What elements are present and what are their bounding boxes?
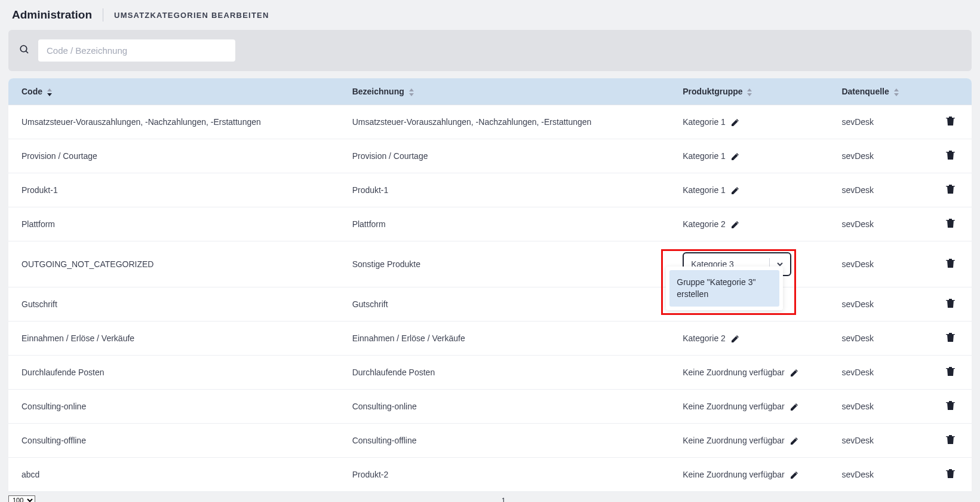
search-icon: [19, 44, 30, 57]
col-header-datenquelle[interactable]: Datenquelle: [828, 78, 930, 105]
col-header-produktgruppe[interactable]: Produktgruppe: [669, 78, 828, 105]
cell-actions: [930, 424, 972, 458]
cell-datenquelle: sevDesk: [828, 139, 930, 173]
trash-icon[interactable]: [946, 184, 955, 194]
cell-code: abcd: [8, 458, 339, 492]
table-row: Einnahmen / Erlöse / VerkäufeEinnahmen /…: [8, 322, 972, 356]
cell-code: OUTGOING_NOT_CATEGORIZED: [8, 241, 339, 287]
cell-actions: [930, 287, 972, 322]
col-header-bezeichnung[interactable]: Bezeichnung: [339, 78, 670, 105]
trash-icon[interactable]: [946, 434, 955, 445]
trash-icon[interactable]: [946, 400, 955, 411]
col-header-code[interactable]: Code: [8, 78, 339, 105]
cell-bezeichnung: Consulting-offline: [339, 424, 670, 458]
svg-line-1: [26, 51, 28, 53]
group-label: Kategorie 2: [683, 219, 726, 229]
edit-icon[interactable]: [730, 334, 739, 343]
cell-datenquelle: sevDesk: [828, 458, 930, 492]
trash-icon[interactable]: [946, 116, 955, 126]
cell-datenquelle: sevDesk: [828, 241, 930, 287]
cell-bezeichnung: Einnahmen / Erlöse / Verkäufe: [339, 322, 670, 356]
cell-actions: [930, 322, 972, 356]
cell-produktgruppe: Kategorie 2: [669, 322, 828, 356]
cell-actions: [930, 173, 972, 207]
cell-bezeichnung: Gutschrift: [339, 287, 670, 322]
sort-icon: [747, 88, 752, 96]
trash-icon[interactable]: [946, 332, 955, 342]
categories-table: Code Bezeichnung Produktgruppe: [8, 78, 972, 492]
cell-actions: [930, 390, 972, 424]
page-title: Administration: [12, 8, 92, 22]
table-row: Durchlaufende PostenDurchlaufende Posten…: [8, 356, 972, 390]
trash-icon[interactable]: [946, 150, 955, 160]
table-row: Consulting-onlineConsulting-onlineKeine …: [8, 390, 972, 424]
pager: 100 1: [8, 495, 972, 502]
edit-icon[interactable]: [730, 118, 739, 127]
page-header: Administration UMSATZKATEGORIEN BEARBEIT…: [0, 0, 980, 30]
cell-code: Durchlaufende Posten: [8, 356, 339, 390]
edit-icon[interactable]: [789, 368, 798, 377]
trash-icon[interactable]: [946, 258, 955, 268]
group-label: Keine Zuordnung verfügbar: [683, 436, 784, 445]
edit-icon[interactable]: [730, 220, 739, 229]
table-row: Produkt-1Produkt-1Kategorie 1sevDesk: [8, 173, 972, 207]
cell-code: Umsatzsteuer-Vorauszahlungen, -Nachzahlu…: [8, 105, 339, 139]
cell-code: Provision / Courtage: [8, 139, 339, 173]
table-row: PlattformPlattformKategorie 2sevDesk: [8, 207, 972, 241]
cell-datenquelle: sevDesk: [828, 207, 930, 241]
svg-point-0: [20, 45, 27, 52]
table-row: Umsatzsteuer-Vorauszahlungen, -Nachzahlu…: [8, 105, 972, 139]
group-label: Kategorie 2: [683, 333, 726, 343]
edit-icon[interactable]: [730, 186, 739, 195]
cell-produktgruppe: Keine Zuordnung verfügbar: [669, 356, 828, 390]
trash-icon[interactable]: [946, 218, 955, 228]
table-row: Provision / CourtageProvision / Courtage…: [8, 139, 972, 173]
trash-icon[interactable]: [946, 298, 955, 308]
cell-code: Consulting-online: [8, 390, 339, 424]
cell-datenquelle: sevDesk: [828, 105, 930, 139]
cell-produktgruppe: Keine Zuordnung verfügbar: [669, 458, 828, 492]
cell-code: Gutschrift: [8, 287, 339, 322]
trash-icon[interactable]: [946, 366, 955, 376]
cell-datenquelle: sevDesk: [828, 390, 930, 424]
cell-actions: [930, 139, 972, 173]
trash-icon[interactable]: [946, 469, 955, 479]
group-label: Keine Zuordnung verfügbar: [683, 368, 784, 377]
cell-bezeichnung: Produkt-1: [339, 173, 670, 207]
table-row: OUTGOING_NOT_CATEGORIZEDSonstige Produkt…: [8, 241, 972, 287]
cell-code: Plattform: [8, 207, 339, 241]
edit-icon[interactable]: [789, 436, 798, 445]
cell-bezeichnung: Plattform: [339, 207, 670, 241]
cell-datenquelle: sevDesk: [828, 173, 930, 207]
cell-datenquelle: sevDesk: [828, 287, 930, 322]
cell-actions: [930, 241, 972, 287]
cell-datenquelle: sevDesk: [828, 424, 930, 458]
cell-produktgruppe: Kategorie 2: [669, 207, 828, 241]
sort-icon: [894, 88, 899, 96]
sort-icon: [47, 88, 52, 96]
cell-code: Einnahmen / Erlöse / Verkäufe: [8, 322, 339, 356]
dropdown-option-create[interactable]: Gruppe "Kategorie 3" erstellen: [669, 270, 779, 307]
edit-icon[interactable]: [730, 152, 739, 161]
cell-produktgruppe: Kategorie 3Gruppe "Kategorie 3" erstelle…: [669, 241, 828, 287]
table-row: abcdProdukt-2Keine Zuordnung verfügbarse…: [8, 458, 972, 492]
page-size-select[interactable]: 100: [8, 495, 35, 502]
group-label: Keine Zuordnung verfügbar: [683, 470, 784, 479]
search-bar: [8, 30, 972, 71]
cell-bezeichnung: Umsatzsteuer-Vorauszahlungen, -Nachzahlu…: [339, 105, 670, 139]
cell-produktgruppe: Keine Zuordnung verfügbar: [669, 390, 828, 424]
cell-actions: [930, 458, 972, 492]
cell-actions: [930, 356, 972, 390]
cell-actions: [930, 105, 972, 139]
cell-produktgruppe: Kategorie 1: [669, 139, 828, 173]
table-row: Consulting-offlineConsulting-offlineKein…: [8, 424, 972, 458]
group-label: Kategorie 1: [683, 151, 726, 161]
cell-produktgruppe: Kategorie 1: [669, 105, 828, 139]
header-divider: [103, 8, 103, 22]
edit-icon[interactable]: [789, 470, 798, 479]
group-label: Kategorie 1: [683, 117, 726, 127]
search-input[interactable]: [38, 39, 235, 62]
cell-bezeichnung: Durchlaufende Posten: [339, 356, 670, 390]
cell-produktgruppe: Kategorie 1: [669, 173, 828, 207]
edit-icon[interactable]: [789, 402, 798, 411]
